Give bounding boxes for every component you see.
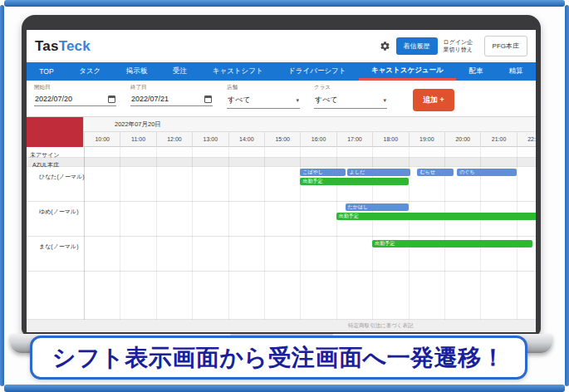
time-header-cell: 17:00 xyxy=(336,132,372,147)
schedule-date-header: 2022年07月20日 xyxy=(84,117,536,132)
time-header-cell: 19:00 xyxy=(409,132,444,147)
schedule-row: 未アサイン xyxy=(27,147,536,158)
store-label: 店舗 xyxy=(227,84,300,91)
login-company-switch[interactable]: ログイン企業切り替え xyxy=(444,39,478,54)
store-select[interactable]: 店舗 すべて▾ xyxy=(227,84,300,109)
nav-item[interactable]: TOP xyxy=(27,62,66,81)
class-label: クラス xyxy=(314,84,387,91)
end-date-value[interactable]: 2022/07/21 xyxy=(131,95,169,103)
promo-banner-text: シフト表示画面から受注画面へ一発遷移！ xyxy=(52,342,505,374)
calendar-icon[interactable] xyxy=(204,96,212,103)
decorative-frame-right xyxy=(565,5,569,386)
grid-column-line xyxy=(192,147,193,320)
schedule-header: 2022年07月20日10:0011:0012:0013:0014:0015:0… xyxy=(27,117,536,147)
end-date-label: 終了日 xyxy=(130,84,213,91)
row-label: まな(ノーマル) xyxy=(27,240,78,251)
decorative-frame-top xyxy=(4,0,565,7)
decorative-frame-bottom xyxy=(4,385,565,392)
laptop-bezel: TasTeck 着信履歴 ログイン企業切り替え PFG本庄 TOPタスク掲示板受… xyxy=(22,15,541,336)
store-value[interactable]: すべて xyxy=(228,95,251,105)
logo-text-black: Tas xyxy=(35,38,59,54)
decorative-frame-left xyxy=(0,5,4,386)
time-header-cell: 10:00 xyxy=(84,132,120,147)
time-header-cell: 21:00 xyxy=(480,132,516,147)
settings-gear-icon[interactable] xyxy=(380,41,390,51)
row-label: 未アサイン xyxy=(27,152,60,158)
start-date-value[interactable]: 2022/07/20 xyxy=(35,95,72,103)
filter-bar: 開始日 2022/07/20 終了日 2022/07/21 店舗 すべて▾ クラ… xyxy=(27,81,536,110)
nav-item[interactable]: 配車 xyxy=(456,62,496,81)
logo-text-blue: Teck xyxy=(59,38,91,54)
time-header-cell: 22:00 xyxy=(517,132,536,147)
shift-schedule-grid: 2022年07月20日10:0011:0012:0013:0014:0015:0… xyxy=(27,116,536,320)
legal-footer: 特定商取引法に基づく表記 xyxy=(27,320,536,331)
time-header-cell: 12:00 xyxy=(156,132,192,147)
shift-bar[interactable]: よしだ xyxy=(347,169,410,176)
class-value[interactable]: すべて xyxy=(315,95,338,105)
nav-item[interactable]: キャストシフト xyxy=(200,62,276,81)
add-button[interactable]: 追加 + xyxy=(413,89,454,111)
nav-item[interactable]: タスク xyxy=(66,62,114,81)
time-header-cell: 14:00 xyxy=(228,132,264,147)
laptop-screen: TasTeck 着信履歴 ログイン企業切り替え PFG本庄 TOPタスク掲示板受… xyxy=(27,30,536,332)
schedule-row: AZUL本庄 xyxy=(27,158,536,167)
main-nav: TOPタスク掲示板受注キャストシフトドライバーシフトキャストスケジュール配車精算 xyxy=(27,62,536,81)
time-header-cell: 11:00 xyxy=(120,132,155,147)
class-select[interactable]: クラス すべて▾ xyxy=(314,84,387,109)
company-button[interactable]: PFG本庄 xyxy=(484,36,527,56)
header-actions: 着信履歴 ログイン企業切り替え PFG本庄 xyxy=(380,36,527,56)
shift-bar[interactable]: のぐち xyxy=(457,169,517,176)
shift-bar[interactable]: 出勤予定 xyxy=(300,178,408,185)
grid-column-line xyxy=(264,147,265,320)
shift-bar[interactable]: むらせ xyxy=(417,169,453,176)
grid-column-line xyxy=(517,147,517,320)
start-date-field[interactable]: 開始日 2022/07/20 xyxy=(34,84,116,106)
grid-column-line xyxy=(120,147,120,320)
grid-column-line xyxy=(228,147,229,320)
time-header-cell: 15:00 xyxy=(264,132,300,147)
chevron-down-icon[interactable]: ▾ xyxy=(383,97,386,104)
nav-item[interactable]: 掲示板 xyxy=(114,62,160,81)
app-logo: TasTeck xyxy=(35,38,91,55)
schedule-row: ひなた(ノーマル)こばやしよしだむらせのぐち出勤予定 xyxy=(27,167,536,202)
chevron-down-icon[interactable]: ▾ xyxy=(296,97,299,104)
time-header-cell: 13:00 xyxy=(192,132,228,147)
schedule-row: ゆめ(ノーマル)たかはし出勤予定 xyxy=(27,202,536,237)
empty-grid-area xyxy=(27,272,536,320)
call-history-button[interactable]: 着信履歴 xyxy=(396,37,438,55)
grid-column-line xyxy=(156,147,157,320)
footer-link[interactable]: 特定商取引法に基づく表記 xyxy=(348,322,413,328)
schedule-body: 未アサインAZUL本庄ひなた(ノーマル)こばやしよしだむらせのぐち出勤予定ゆめ(… xyxy=(27,147,536,320)
shift-bar[interactable]: 出勤予定 xyxy=(372,240,532,247)
nav-item[interactable]: 受注 xyxy=(160,62,200,81)
calendar-icon[interactable] xyxy=(108,96,115,103)
promo-banner: シフト表示画面から受注画面へ一発遷移！ xyxy=(30,336,527,380)
time-header-cell: 16:00 xyxy=(300,132,336,147)
nav-item[interactable]: 精算 xyxy=(496,62,536,81)
start-date-label: 開始日 xyxy=(34,84,116,91)
time-header-cell: 20:00 xyxy=(444,132,480,147)
nav-item[interactable]: ドライバーシフト xyxy=(276,62,359,81)
end-date-field[interactable]: 終了日 2022/07/21 xyxy=(130,84,213,106)
schedule-corner-cell xyxy=(27,117,84,147)
time-header-cell: 18:00 xyxy=(372,132,408,147)
schedule-row: まな(ノーマル)出勤予定 xyxy=(27,237,536,272)
nav-item[interactable]: キャストスケジュール xyxy=(359,62,456,81)
row-label: ゆめ(ノーマル) xyxy=(27,205,78,216)
app-header: TasTeck 着信履歴 ログイン企業切り替え PFG本庄 xyxy=(27,30,536,62)
row-label: ひなた(ノーマル) xyxy=(27,170,85,181)
shift-bar[interactable]: たかはし xyxy=(346,203,409,211)
grid-column-line xyxy=(84,147,85,320)
shift-bar[interactable]: 出勤予定 xyxy=(336,213,536,220)
shift-bar[interactable]: こばやし xyxy=(300,169,345,176)
